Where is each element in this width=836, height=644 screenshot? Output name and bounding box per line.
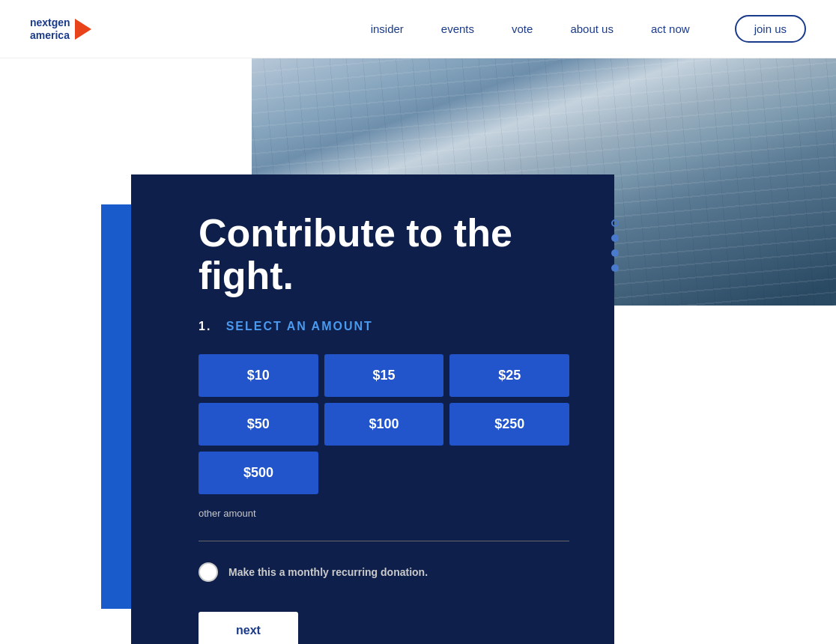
card-title: Contribute to the fight. bbox=[199, 212, 569, 297]
slide-dot-3[interactable] bbox=[611, 249, 619, 257]
amount-btn-15[interactable]: $15 bbox=[324, 354, 444, 397]
step-label: 1. SELECT AN AMOUNT bbox=[199, 320, 569, 333]
slide-dots bbox=[611, 219, 619, 272]
amount-btn-10[interactable]: $10 bbox=[199, 354, 318, 397]
amount-btn-500[interactable]: $500 bbox=[199, 452, 318, 494]
amount-btn-250[interactable]: $250 bbox=[449, 403, 569, 446]
amount-grid-row3: $500 bbox=[199, 452, 569, 494]
logo[interactable]: nextgen america bbox=[30, 16, 91, 42]
logo-text: nextgen america bbox=[30, 16, 70, 42]
site-header: nextgen america insider events vote abou… bbox=[0, 0, 836, 58]
slide-dot-1[interactable] bbox=[611, 219, 619, 227]
nav-about-us[interactable]: about us bbox=[570, 22, 614, 35]
main-area: Contribute to the fight. 1. SELECT AN AM… bbox=[0, 58, 836, 644]
nav-events[interactable]: events bbox=[441, 22, 474, 35]
slide-dot-2[interactable] bbox=[611, 234, 619, 242]
main-nav: insider events vote about us act now joi… bbox=[371, 15, 806, 43]
amount-grid-row2: $50 $100 $250 bbox=[199, 403, 569, 446]
donation-card: Contribute to the fight. 1. SELECT AN AM… bbox=[131, 174, 614, 644]
amount-btn-25[interactable]: $25 bbox=[449, 354, 569, 397]
next-button[interactable]: next bbox=[199, 612, 298, 644]
nav-act-now[interactable]: act now bbox=[651, 22, 690, 35]
recurring-label: Make this a monthly recurring donation. bbox=[228, 566, 428, 578]
amount-btn-50[interactable]: $50 bbox=[199, 403, 318, 446]
other-amount-input-line bbox=[199, 526, 569, 541]
slide-dot-4[interactable] bbox=[611, 264, 619, 272]
recurring-radio[interactable] bbox=[199, 562, 218, 582]
other-amount-label[interactable]: other amount bbox=[199, 508, 569, 519]
logo-arrow-icon bbox=[75, 19, 91, 40]
join-us-button[interactable]: join us bbox=[735, 15, 806, 43]
recurring-row: Make this a monthly recurring donation. bbox=[199, 562, 569, 582]
amount-btn-100[interactable]: $100 bbox=[324, 403, 444, 446]
amount-grid-row1: $10 $15 $25 bbox=[199, 354, 569, 397]
nav-insider[interactable]: insider bbox=[371, 22, 404, 35]
nav-vote[interactable]: vote bbox=[512, 22, 533, 35]
